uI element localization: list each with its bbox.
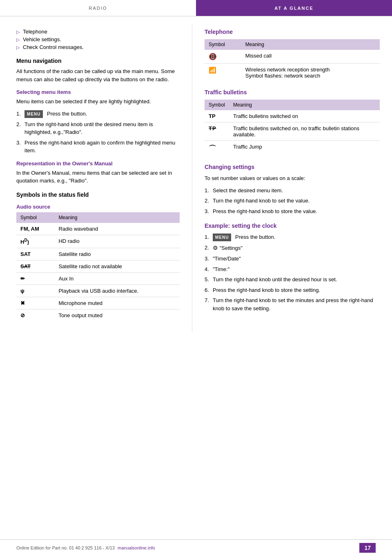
representation-text: In the Owner's Manual, menu items that c… [16, 169, 180, 185]
list-item: 5. Turn the right-hand knob until the de… [205, 276, 380, 284]
telephone-heading: Telephone [205, 29, 380, 35]
list-item: 3. "Time/Date" [205, 255, 380, 263]
audio-source-heading: Audio source [16, 204, 180, 210]
right-column: Telephone Symbol Meaning 📵 Missed call 📶… [192, 24, 392, 332]
list-item: ▷ Vehicle settings. [16, 36, 180, 42]
footer-text: Online Edition for Part no. 01 40 2 925 … [16, 545, 155, 550]
symbol-sat-striked: SAT [16, 260, 54, 272]
column-header-meaning: Meaning [54, 212, 180, 223]
list-item: 4. "Time:" [205, 265, 380, 274]
selecting-steps-list: 1. MENU Press the button. 2. Turn the ri… [16, 110, 180, 155]
traffic-bulletins-table: Symbol Meaning TP Traffic bulletins swit… [205, 100, 380, 156]
header-at-a-glance-label: AT A GLANCE [196, 0, 392, 16]
symbol-aux: ✏ [16, 272, 54, 285]
table-row: ✏ Aux In [16, 272, 180, 285]
bullet-arrow-icon: ▷ [16, 37, 20, 42]
table-row: 📵 Missed call [205, 50, 380, 64]
list-item: 1. Select the desired menu item. [205, 187, 380, 195]
meaning-cell: Tone output muted [54, 309, 180, 321]
telephone-table: Symbol Meaning 📵 Missed call 📶 Wireless … [205, 39, 380, 82]
symbols-status-heading: Symbols in the status field [16, 191, 180, 198]
bullet-arrow-icon: ▷ [16, 45, 20, 50]
symbol-sat: SAT [16, 248, 54, 260]
list-item: 7. Turn the right-hand knob to set the m… [205, 296, 380, 312]
table-row: SAT Satellite radio not available [16, 260, 180, 272]
column-header-symbol: Symbol [205, 100, 229, 110]
symbol-tp-striked: TP [205, 122, 229, 141]
list-item: 1. MENU Press the button. [205, 233, 380, 241]
meaning-cell: Aux In [54, 272, 180, 285]
meaning-tp-striked: Traffic bulletins switched on, no traffi… [229, 122, 380, 141]
column-header-symbol: Symbol [205, 39, 241, 50]
changing-settings-heading: Changing settings [205, 164, 380, 170]
representation-heading: Representation in the Owner's Manual [16, 160, 180, 167]
table-row: SAT Satellite radio [16, 248, 180, 260]
page-footer: Online Edition for Part no. 01 40 2 925 … [0, 539, 392, 556]
list-item: 2. ⚙ "Settings" [205, 244, 380, 252]
table-row: TP Traffic bulletins switched on [205, 110, 380, 122]
main-content: ▷ Telephone ▷ Vehicle settings. ▷ Check … [0, 16, 392, 340]
symbol-tp: TP [205, 110, 229, 122]
meaning-cell: Satellite radio [54, 248, 180, 260]
menu-button: MENU [24, 110, 43, 118]
meaning-traffic-jump: Traffic Jump [229, 141, 380, 157]
table-row: FM, AM Radio waveband [16, 223, 180, 235]
table-row: TP Traffic bulletins switched on, no tra… [205, 122, 380, 141]
bullet-list: ▷ Telephone ▷ Vehicle settings. ▷ Check … [16, 29, 180, 50]
menu-navigation-heading: Menu navigation [16, 58, 180, 64]
left-column: ▷ Telephone ▷ Vehicle settings. ▷ Check … [0, 24, 192, 332]
table-row: HD) HD radio [16, 235, 180, 248]
list-item: 3. Press the right-hand knob again to co… [16, 139, 180, 155]
meaning-network: Wireless network reception strengthSymbo… [241, 64, 380, 82]
traffic-bulletins-heading: Traffic bulletins [205, 89, 380, 96]
settings-icon: ⚙ [213, 245, 218, 251]
changing-settings-list: 1. Select the desired menu item. 2. Turn… [205, 187, 380, 216]
example-clock-list: 1. MENU Press the button. 2. ⚙ "Settings… [205, 233, 380, 312]
table-row: ψ Playback via USB audio interface. [16, 285, 180, 297]
selecting-menu-items-text: Menu items can be selected if they are l… [16, 98, 180, 106]
meaning-cell: HD radio [54, 235, 180, 248]
menu-navigation-text: All functions of the radio can be called… [16, 67, 180, 83]
symbol-hd: HD) [16, 235, 54, 248]
meaning-missed-call: Missed call [241, 50, 380, 64]
page-header: RADIO AT A GLANCE [0, 0, 392, 16]
list-item: 2. Turn the right-hand knob to set the v… [205, 197, 380, 205]
changing-settings-intro: To set number values or values on a scal… [205, 174, 380, 182]
table-row: 📶 Wireless network reception strengthSym… [205, 64, 380, 82]
table-row: ⌒ Traffic Jump [205, 141, 380, 157]
meaning-cell: Radio waveband [54, 223, 180, 235]
table-header-row: Symbol Meaning [205, 100, 380, 110]
meaning-cell: Satellite radio not available [54, 260, 180, 272]
table-row: ⊘ Tone output muted [16, 309, 180, 321]
column-header-meaning: Meaning [229, 100, 380, 110]
table-header-row: Symbol Meaning [205, 39, 380, 50]
list-item: 1. MENU Press the button. [16, 110, 180, 118]
list-item: ▷ Telephone [16, 29, 180, 35]
column-header-meaning: Meaning [241, 39, 380, 50]
audio-source-table: Symbol Meaning FM, AM Radio waveband HD)… [16, 212, 180, 321]
table-header-row: Symbol Meaning [16, 212, 180, 223]
column-header-symbol: Symbol [16, 212, 54, 223]
example-clock-heading: Example: setting the clock [205, 222, 380, 229]
symbol-network: 📶 [205, 64, 241, 82]
symbol-mic-muted: ✖ [16, 297, 54, 309]
page-number: 17 [359, 543, 376, 553]
meaning-tp: Traffic bulletins switched on [229, 110, 380, 122]
list-item: ▷ Check Control messages. [16, 44, 180, 50]
table-row: ✖ Microphone muted [16, 297, 180, 309]
symbol-usb: ψ [16, 285, 54, 297]
bullet-arrow-icon: ▷ [16, 29, 20, 35]
selecting-menu-items-heading: Selecting menu items [16, 89, 180, 95]
header-radio-label: RADIO [0, 0, 196, 16]
meaning-cell: Microphone muted [54, 297, 180, 309]
meaning-cell: Playback via USB audio interface. [54, 285, 180, 297]
symbol-traffic-jump: ⌒ [205, 141, 229, 157]
symbol-fm-am: FM, AM [16, 223, 54, 235]
menu-button: MENU [213, 234, 231, 241]
symbol-tone-muted: ⊘ [16, 309, 54, 321]
symbol-missed-call: 📵 [205, 50, 241, 64]
list-item: 2. Turn the right-hand knob until the de… [16, 120, 180, 136]
list-item: 6. Press the right-hand knob to store th… [205, 286, 380, 294]
list-item: 3. Press the right-hand knob to store th… [205, 207, 380, 216]
